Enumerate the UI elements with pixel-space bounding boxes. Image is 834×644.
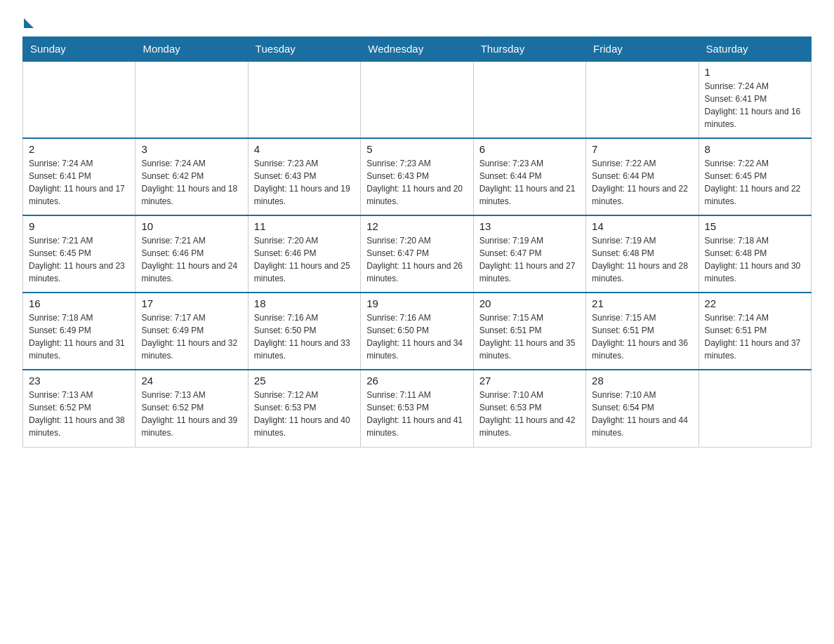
day-info: Sunrise: 7:24 AMSunset: 6:41 PMDaylight:… (29, 157, 129, 208)
calendar-day-cell: 26Sunrise: 7:11 AMSunset: 6:53 PMDayligh… (361, 370, 473, 447)
calendar-day-cell: 25Sunrise: 7:12 AMSunset: 6:53 PMDayligh… (248, 370, 360, 447)
day-number: 2 (29, 143, 129, 155)
day-number: 18 (254, 297, 355, 309)
day-info: Sunrise: 7:23 AMSunset: 6:43 PMDaylight:… (254, 157, 355, 208)
calendar-day-cell: 14Sunrise: 7:19 AMSunset: 6:48 PMDayligh… (586, 215, 699, 293)
weekday-header-cell: Friday (586, 37, 699, 62)
calendar-day-cell: 4Sunrise: 7:23 AMSunset: 6:43 PMDaylight… (248, 138, 360, 215)
day-number: 23 (29, 375, 129, 387)
calendar-day-cell (586, 61, 699, 138)
day-info: Sunrise: 7:15 AMSunset: 6:51 PMDaylight:… (592, 311, 692, 362)
day-info: Sunrise: 7:13 AMSunset: 6:52 PMDaylight:… (141, 389, 241, 439)
day-number: 11 (254, 220, 355, 232)
calendar-day-cell: 3Sunrise: 7:24 AMSunset: 6:42 PMDaylight… (135, 138, 248, 215)
calendar-day-cell (248, 61, 360, 138)
day-info: Sunrise: 7:22 AMSunset: 6:44 PMDaylight:… (592, 157, 692, 208)
calendar-day-cell: 6Sunrise: 7:23 AMSunset: 6:44 PMDaylight… (473, 138, 585, 215)
calendar-day-cell: 9Sunrise: 7:21 AMSunset: 6:45 PMDaylight… (23, 215, 135, 293)
day-info: Sunrise: 7:10 AMSunset: 6:54 PMDaylight:… (592, 389, 692, 439)
calendar-body: 1Sunrise: 7:24 AMSunset: 6:41 PMDaylight… (23, 61, 812, 447)
logo (22, 17, 34, 25)
day-number: 20 (479, 297, 580, 309)
day-number: 24 (141, 375, 241, 387)
weekday-header-cell: Sunday (23, 37, 135, 62)
weekday-header-row: SundayMondayTuesdayWednesdayThursdayFrid… (23, 37, 812, 62)
day-info: Sunrise: 7:10 AMSunset: 6:53 PMDaylight:… (479, 389, 580, 439)
calendar-day-cell: 10Sunrise: 7:21 AMSunset: 6:46 PMDayligh… (135, 215, 248, 293)
calendar-day-cell (361, 61, 473, 138)
day-info: Sunrise: 7:21 AMSunset: 6:45 PMDaylight:… (29, 234, 129, 285)
day-number: 8 (705, 143, 805, 155)
day-number: 15 (705, 220, 805, 232)
day-number: 28 (592, 375, 692, 387)
weekday-header-cell: Saturday (699, 37, 811, 62)
day-info: Sunrise: 7:11 AMSunset: 6:53 PMDaylight:… (366, 389, 467, 439)
day-info: Sunrise: 7:13 AMSunset: 6:52 PMDaylight:… (29, 389, 129, 439)
calendar-day-cell: 15Sunrise: 7:18 AMSunset: 6:48 PMDayligh… (699, 215, 811, 293)
day-number: 19 (366, 297, 467, 309)
calendar-day-cell: 23Sunrise: 7:13 AMSunset: 6:52 PMDayligh… (23, 370, 135, 447)
day-info: Sunrise: 7:15 AMSunset: 6:51 PMDaylight:… (479, 311, 580, 362)
weekday-header-cell: Wednesday (361, 37, 473, 62)
day-number: 14 (592, 220, 692, 232)
calendar-day-cell (473, 61, 585, 138)
calendar-week-row: 1Sunrise: 7:24 AMSunset: 6:41 PMDaylight… (23, 61, 812, 138)
calendar-week-row: 23Sunrise: 7:13 AMSunset: 6:52 PMDayligh… (23, 370, 812, 447)
calendar-day-cell: 13Sunrise: 7:19 AMSunset: 6:47 PMDayligh… (473, 215, 585, 293)
day-number: 26 (366, 375, 467, 387)
calendar-day-cell: 11Sunrise: 7:20 AMSunset: 6:46 PMDayligh… (248, 215, 360, 293)
day-info: Sunrise: 7:22 AMSunset: 6:45 PMDaylight:… (705, 157, 805, 208)
day-info: Sunrise: 7:16 AMSunset: 6:50 PMDaylight:… (366, 311, 467, 362)
day-info: Sunrise: 7:19 AMSunset: 6:48 PMDaylight:… (592, 234, 692, 285)
day-number: 13 (479, 220, 580, 232)
day-number: 4 (254, 143, 355, 155)
day-info: Sunrise: 7:24 AMSunset: 6:42 PMDaylight:… (141, 157, 241, 208)
calendar-day-cell: 21Sunrise: 7:15 AMSunset: 6:51 PMDayligh… (586, 293, 699, 370)
day-info: Sunrise: 7:16 AMSunset: 6:50 PMDaylight:… (254, 311, 355, 362)
day-number: 17 (141, 297, 241, 309)
calendar-day-cell: 20Sunrise: 7:15 AMSunset: 6:51 PMDayligh… (473, 293, 585, 370)
calendar-table: SundayMondayTuesdayWednesdayThursdayFrid… (22, 36, 812, 448)
calendar-day-cell: 27Sunrise: 7:10 AMSunset: 6:53 PMDayligh… (473, 370, 585, 447)
weekday-header-cell: Thursday (473, 37, 585, 62)
day-info: Sunrise: 7:12 AMSunset: 6:53 PMDaylight:… (254, 389, 355, 439)
day-info: Sunrise: 7:23 AMSunset: 6:44 PMDaylight:… (479, 157, 580, 208)
day-info: Sunrise: 7:23 AMSunset: 6:43 PMDaylight:… (366, 157, 467, 208)
calendar-day-cell: 19Sunrise: 7:16 AMSunset: 6:50 PMDayligh… (361, 293, 473, 370)
calendar-day-cell: 18Sunrise: 7:16 AMSunset: 6:50 PMDayligh… (248, 293, 360, 370)
calendar-day-cell (699, 370, 811, 447)
calendar-day-cell (135, 61, 248, 138)
day-info: Sunrise: 7:18 AMSunset: 6:49 PMDaylight:… (29, 311, 129, 362)
calendar-day-cell: 2Sunrise: 7:24 AMSunset: 6:41 PMDaylight… (23, 138, 135, 215)
day-number: 22 (705, 297, 805, 309)
day-number: 5 (366, 143, 467, 155)
day-number: 6 (479, 143, 580, 155)
day-info: Sunrise: 7:24 AMSunset: 6:41 PMDaylight:… (705, 80, 805, 130)
logo-arrow-icon (24, 18, 34, 28)
calendar-day-cell: 16Sunrise: 7:18 AMSunset: 6:49 PMDayligh… (23, 293, 135, 370)
day-number: 25 (254, 375, 355, 387)
day-number: 21 (592, 297, 692, 309)
day-info: Sunrise: 7:19 AMSunset: 6:47 PMDaylight:… (479, 234, 580, 285)
calendar-day-cell (23, 61, 135, 138)
day-number: 7 (592, 143, 692, 155)
calendar-day-cell: 17Sunrise: 7:17 AMSunset: 6:49 PMDayligh… (135, 293, 248, 370)
weekday-header-cell: Tuesday (248, 37, 360, 62)
day-number: 10 (141, 220, 241, 232)
day-number: 27 (479, 375, 580, 387)
calendar-day-cell: 28Sunrise: 7:10 AMSunset: 6:54 PMDayligh… (586, 370, 699, 447)
calendar-day-cell: 8Sunrise: 7:22 AMSunset: 6:45 PMDaylight… (699, 138, 811, 215)
calendar-week-row: 16Sunrise: 7:18 AMSunset: 6:49 PMDayligh… (23, 293, 812, 370)
calendar-day-cell: 24Sunrise: 7:13 AMSunset: 6:52 PMDayligh… (135, 370, 248, 447)
calendar-day-cell: 1Sunrise: 7:24 AMSunset: 6:41 PMDaylight… (699, 61, 811, 138)
calendar-week-row: 9Sunrise: 7:21 AMSunset: 6:45 PMDaylight… (23, 215, 812, 293)
day-info: Sunrise: 7:18 AMSunset: 6:48 PMDaylight:… (705, 234, 805, 285)
day-info: Sunrise: 7:17 AMSunset: 6:49 PMDaylight:… (141, 311, 241, 362)
day-info: Sunrise: 7:21 AMSunset: 6:46 PMDaylight:… (141, 234, 241, 285)
calendar-week-row: 2Sunrise: 7:24 AMSunset: 6:41 PMDaylight… (23, 138, 812, 215)
calendar-day-cell: 5Sunrise: 7:23 AMSunset: 6:43 PMDaylight… (361, 138, 473, 215)
calendar-day-cell: 7Sunrise: 7:22 AMSunset: 6:44 PMDaylight… (586, 138, 699, 215)
page-header (22, 17, 812, 25)
calendar-day-cell: 22Sunrise: 7:14 AMSunset: 6:51 PMDayligh… (699, 293, 811, 370)
day-info: Sunrise: 7:14 AMSunset: 6:51 PMDaylight:… (705, 311, 805, 362)
